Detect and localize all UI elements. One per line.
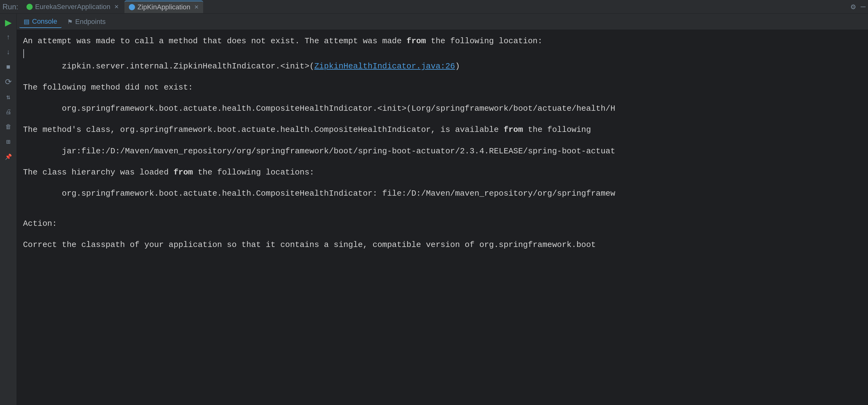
toolbar-tab-console[interactable]: ▤ Console (19, 15, 62, 28)
console-blank-3 (23, 115, 862, 124)
tab-eureka-close[interactable]: ✕ (114, 3, 119, 10)
console-line-8: The class hierarchy was loaded from the … (23, 166, 862, 179)
console-line-9: org.springframework.boot.actuate.health.… (23, 187, 862, 200)
sidebar-btn-print[interactable]: 🖨 (2, 106, 14, 118)
main-area: ▶ ↑ ↓ ■ ⟳ ⇅ 🖨 🗑 ⊞ 📌 ▤ Console ⚑ Endpoint… (0, 14, 868, 405)
console-blank-2 (23, 94, 862, 102)
cursor (23, 49, 24, 58)
sidebar-btn-stop[interactable]: ■ (2, 61, 14, 73)
sidebar-btn-up[interactable]: ↑ (2, 31, 14, 43)
left-sidebar: ▶ ↑ ↓ ■ ⟳ ⇅ 🖨 🗑 ⊞ 📌 ▤ Console ⚑ Endpoint… (0, 14, 17, 405)
console-line-11: Correct the classpath of your applicatio… (23, 239, 862, 251)
run-button[interactable]: ▶ (2, 16, 14, 29)
console-blank-4 (23, 136, 862, 145)
console-blank-9 (23, 230, 862, 239)
sidebar-btn-rerun[interactable]: ⟳ (2, 76, 14, 88)
inner-toolbar: ▤ Console ⚑ Endpoints (17, 14, 868, 30)
endpoints-tab-label: Endpoints (75, 18, 106, 26)
run-label: Run: (2, 2, 18, 11)
sidebar-btn-pin[interactable]: 📌 (2, 151, 14, 163)
tab-zipkin-close[interactable]: ✕ (194, 4, 199, 10)
tab-eureka-label: EurekaServerApplication (35, 3, 111, 11)
console-blank-6 (23, 179, 862, 187)
ide-container: Run: EurekaServerApplication ✕ ZipKinApp… (0, 0, 868, 405)
tab-bar: Run: EurekaServerApplication ✕ ZipKinApp… (0, 0, 868, 14)
toolbar-tab-endpoints[interactable]: ⚑ Endpoints (63, 16, 110, 28)
zipkin-icon (129, 4, 135, 10)
console-cursor-line (23, 47, 862, 60)
minimize-icon[interactable]: — (861, 2, 866, 11)
sidebar-btn-sort[interactable]: ⇅ (2, 91, 14, 103)
console-line-3: zipkin.server.internal.ZipkinHealthIndic… (23, 60, 862, 72)
tab-bar-right: ⚙ — (851, 2, 866, 12)
sidebar-btn-delete[interactable]: 🗑 (2, 121, 14, 133)
console-line-10: Action: (23, 217, 862, 230)
console-line-5: org.springframework.boot.actuate.health.… (23, 102, 862, 115)
tab-zipkin-label: ZipKinApplication (137, 3, 190, 11)
eureka-icon (26, 4, 33, 10)
console-line-7: jar:file:/D:/Maven/maven_repository/org/… (23, 145, 862, 157)
console-blank-1 (23, 72, 862, 81)
console-line-4: The following method did not exist: (23, 81, 862, 94)
endpoints-icon: ⚑ (67, 18, 73, 26)
console-blank-8 (23, 209, 862, 217)
zipkin-health-link[interactable]: ZipkinHealthIndicator.java:26 (314, 62, 455, 71)
console-line-6: The method's class, org.springframework.… (23, 124, 862, 136)
tab-eureka[interactable]: EurekaServerApplication ✕ (22, 1, 123, 13)
console-blank-7 (23, 200, 862, 209)
console-icon: ▤ (24, 18, 30, 25)
console-blank-5 (23, 157, 862, 166)
gear-icon[interactable]: ⚙ (851, 2, 856, 12)
console-line-1: An attempt was made to call a method tha… (23, 35, 862, 47)
tab-zipkin[interactable]: ZipKinApplication ✕ (124, 1, 203, 13)
console-content[interactable]: An attempt was made to call a method tha… (17, 30, 868, 405)
sidebar-btn-grid[interactable]: ⊞ (2, 136, 14, 148)
console-tab-label: Console (32, 18, 57, 26)
sidebar-btn-down[interactable]: ↓ (2, 46, 14, 59)
